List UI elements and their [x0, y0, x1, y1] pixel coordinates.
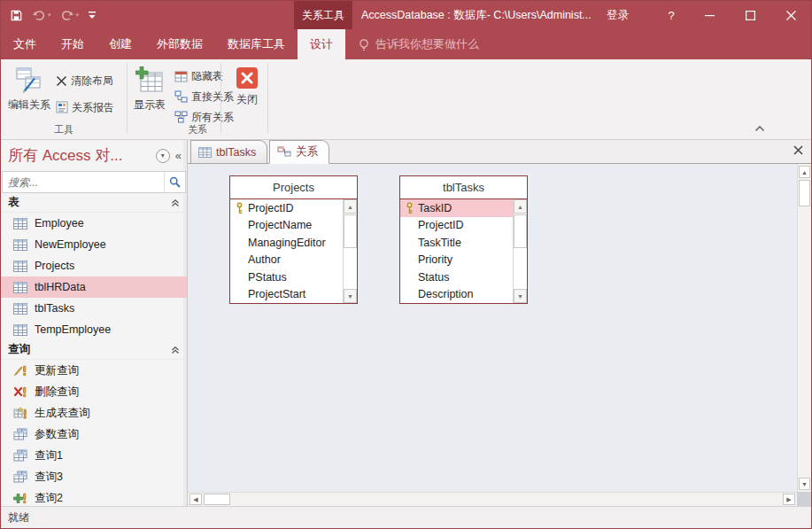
- sidebar-item-query1[interactable]: 查询1: [1, 445, 187, 466]
- field-projectid[interactable]: ProjectID: [230, 199, 343, 217]
- help-button[interactable]: ?: [658, 1, 684, 29]
- field-status[interactable]: Status: [400, 268, 513, 286]
- sidebar-item-projects[interactable]: Projects: [1, 255, 187, 276]
- field-taskid[interactable]: TaskID: [400, 199, 513, 217]
- field-list-title[interactable]: tblTasks: [400, 176, 527, 199]
- scroll-up-icon[interactable]: ▲: [344, 199, 357, 214]
- redo-button[interactable]: ▾: [60, 9, 80, 21]
- sidebar-item-newemployee[interactable]: NewEmployee: [1, 234, 187, 255]
- sign-in-link[interactable]: 登录: [607, 1, 629, 29]
- delete-query-icon: [13, 385, 27, 398]
- sidebar-item-tbltasks[interactable]: tblTasks: [1, 298, 187, 319]
- field-list-scrollbar[interactable]: ▲ ▼: [343, 199, 357, 303]
- field-projectstart[interactable]: ProjectStart: [230, 286, 343, 304]
- sidebar-item-label: 更新查询: [35, 363, 79, 378]
- field-list-title[interactable]: Projects: [230, 176, 357, 199]
- table-icon: [198, 147, 212, 158]
- field-managingeditor[interactable]: ManagingEditor: [230, 234, 343, 252]
- sidebar-item-employee[interactable]: Employee: [1, 213, 187, 234]
- scroll-down-icon[interactable]: ▼: [344, 289, 357, 303]
- table-icon: [13, 218, 27, 229]
- field-name: ProjectID: [418, 219, 463, 231]
- tab-home[interactable]: 开始: [49, 29, 97, 59]
- vertical-scrollbar[interactable]: ▲ ▼: [797, 164, 811, 492]
- scroll-down-icon[interactable]: ▼: [514, 289, 527, 303]
- tell-me-box[interactable]: 告诉我你想要做什么: [358, 29, 479, 59]
- primary-key-icon: [405, 202, 414, 214]
- contextual-tab-group[interactable]: 关系工具: [294, 1, 352, 29]
- section-header-tables[interactable]: 表: [1, 193, 187, 213]
- undo-button[interactable]: ▾: [32, 9, 51, 21]
- show-table-button[interactable]: 显示表: [129, 62, 170, 131]
- scroll-thumb[interactable]: [799, 180, 810, 206]
- doc-tab-tbltasks[interactable]: tblTasks: [190, 140, 267, 163]
- direct-relationships-button[interactable]: 直接关系: [174, 87, 234, 106]
- sidebar-item-delete-query[interactable]: 删除查询: [1, 381, 187, 402]
- field-description[interactable]: Description: [400, 286, 513, 304]
- tab-database-tools[interactable]: 数据库工具: [215, 29, 298, 59]
- edit-relationships-button[interactable]: 编辑关系: [4, 62, 54, 131]
- scroll-thumb[interactable]: [344, 214, 357, 248]
- sidebar-item-query3[interactable]: 查询3: [1, 466, 187, 487]
- search-input[interactable]: [3, 172, 164, 192]
- sidebar-item-label: 查询1: [35, 448, 63, 463]
- tell-me-label: 告诉我你想要做什么: [375, 36, 479, 52]
- field-author[interactable]: Author: [230, 252, 343, 269]
- maximize-button[interactable]: [730, 1, 770, 29]
- tab-file[interactable]: 文件: [1, 29, 49, 59]
- sidebar-item-label: TempEmployee: [35, 323, 111, 336]
- shutter-bar-close-icon[interactable]: «: [175, 149, 182, 162]
- sidebar-item-parameter-query[interactable]: 参数查询: [1, 424, 187, 445]
- tab-external-data[interactable]: 外部数据: [144, 29, 215, 59]
- close-document-icon[interactable]: [793, 145, 803, 158]
- direct-relationships-icon: [174, 90, 188, 103]
- section-header-queries[interactable]: 查询: [1, 340, 187, 360]
- field-priority[interactable]: Priority: [400, 252, 513, 269]
- sidebar-item-make-table-query[interactable]: 生成表查询: [1, 402, 187, 424]
- save-button[interactable]: [10, 9, 23, 22]
- sidebar-item-tempemployee[interactable]: TempEmployee: [1, 319, 187, 340]
- save-icon: [10, 9, 23, 22]
- relationship-report-label: 关系报告: [72, 100, 114, 115]
- scroll-up-icon[interactable]: ▲: [514, 199, 527, 214]
- navigation-pane: 所有 Access 对... ▼ « 表 Employee NewEmploye…: [1, 140, 188, 506]
- close-relationships-button[interactable]: 关闭: [229, 62, 265, 131]
- scroll-down-icon[interactable]: ▼: [799, 478, 810, 490]
- section-tables-label: 表: [8, 195, 171, 210]
- field-list-scrollbar[interactable]: ▲ ▼: [513, 199, 527, 303]
- search-button[interactable]: [164, 172, 185, 192]
- field-pstatus[interactable]: PStatus: [230, 268, 343, 286]
- scroll-right-icon[interactable]: ▶: [783, 494, 795, 505]
- close-window-button[interactable]: [770, 1, 811, 29]
- close-x-icon: [793, 145, 803, 155]
- scroll-thumb[interactable]: [204, 494, 230, 505]
- tab-design[interactable]: 设计: [298, 29, 345, 59]
- scroll-up-icon[interactable]: ▲: [799, 166, 810, 178]
- doc-tab-relationships[interactable]: 关系: [269, 140, 329, 164]
- collapse-ribbon-button[interactable]: [754, 120, 765, 136]
- sidebar-item-label: 参数查询: [35, 427, 79, 442]
- tab-create[interactable]: 创建: [97, 29, 144, 59]
- customize-qat-button[interactable]: [88, 11, 97, 19]
- select-query-icon: [13, 428, 27, 440]
- scroll-thumb[interactable]: [514, 214, 527, 248]
- hide-table-button[interactable]: 隐藏表: [174, 66, 223, 86]
- scroll-left-icon[interactable]: ◀: [189, 494, 202, 505]
- horizontal-scrollbar[interactable]: ◀ ▶: [188, 492, 797, 506]
- nav-menu-dropdown-icon[interactable]: ▼: [156, 149, 170, 163]
- all-relationships-label: 所有关系: [191, 110, 234, 125]
- field-list-tbltasks[interactable]: tblTasks TaskID ProjectID TaskTitle Prio…: [399, 175, 528, 304]
- relationship-report-button[interactable]: 关系报告: [56, 97, 114, 117]
- field-tasktitle[interactable]: TaskTitle: [400, 234, 513, 252]
- field-projectname[interactable]: ProjectName: [230, 217, 343, 235]
- sidebar-item-tblhrdata[interactable]: tblHRData: [1, 276, 187, 298]
- field-projectid[interactable]: ProjectID: [400, 217, 513, 235]
- close-icon: [236, 66, 259, 89]
- show-table-label: 显示表: [134, 97, 166, 113]
- relationships-canvas[interactable]: Projects ProjectID ProjectName ManagingE…: [188, 164, 797, 492]
- sidebar-item-update-query[interactable]: 更新查询: [1, 360, 187, 381]
- minimize-button[interactable]: [689, 1, 730, 29]
- lightbulb-icon: [358, 38, 370, 51]
- clear-layout-button[interactable]: 清除布局: [56, 71, 113, 90]
- field-list-projects[interactable]: Projects ProjectID ProjectName ManagingE…: [229, 175, 358, 304]
